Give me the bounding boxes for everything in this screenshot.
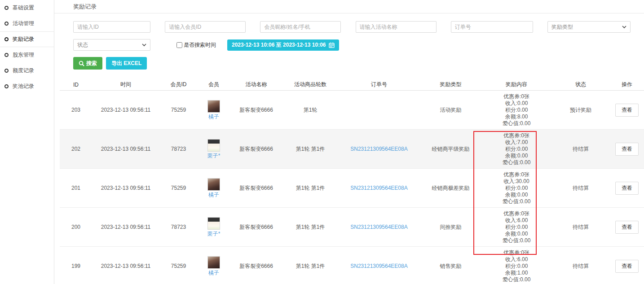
- cell-order: SN23121309564EE08A: [338, 224, 420, 231]
- table-row: 202 2023-12-13 09:56:11 78723 栗子* 新客裂变66…: [60, 130, 644, 169]
- cell-reward-type: 间推奖励: [420, 224, 481, 231]
- sidebar-item-label: 奖励记录: [13, 35, 34, 43]
- sidebar-item-基础设置[interactable]: 基础设置: [0, 0, 54, 16]
- circle-icon: [4, 37, 9, 41]
- member-id-input[interactable]: [165, 21, 246, 33]
- chevron-down-icon: [142, 43, 146, 47]
- date-range-button[interactable]: 2023-12-13 10:06 至 2023-12-13 10:06: [227, 39, 339, 51]
- member-avatar[interactable]: [207, 139, 220, 152]
- cell-time: 2023-12-13 09:56:11: [92, 185, 159, 192]
- cell-status: 预计奖励: [551, 107, 610, 114]
- reward-content-line: 积分:0.00: [481, 185, 551, 192]
- cell-action: 查看: [610, 182, 644, 195]
- chevron-down-icon: [622, 25, 626, 29]
- col-header-order: 订单号: [338, 81, 420, 88]
- cell-action: 查看: [610, 260, 644, 273]
- member-avatar[interactable]: [207, 217, 220, 230]
- cell-reward-type: 经销商极差奖励: [420, 185, 481, 192]
- reward-content-line: 余额:8.00: [481, 114, 551, 120]
- activity-name-input[interactable]: [356, 21, 437, 33]
- filter-row-1: 奖励类型: [73, 21, 631, 33]
- reward-type-select[interactable]: 奖励类型: [547, 21, 631, 33]
- filter-row-2: 状态 是否搜索时间 2023-12-13 10:06 至 2023-12-13 …: [73, 39, 631, 51]
- cell-round: 第1轮 第1件: [282, 224, 338, 231]
- cell-activity-name: 新客裂变6666: [230, 263, 282, 270]
- reward-content-line: 爱心值:0.00: [481, 276, 551, 283]
- member-name-link[interactable]: 橘子: [208, 114, 219, 120]
- member-avatar[interactable]: [207, 178, 220, 191]
- order-number-link[interactable]: SN23121309564EE08A: [350, 224, 407, 230]
- col-header-time: 时间: [92, 81, 159, 88]
- view-button[interactable]: 查看: [615, 221, 639, 234]
- search-time-checkbox[interactable]: [176, 42, 182, 48]
- sidebar-menu: 基础设置活动管理奖励记录股东管理额度记录奖池记录: [0, 0, 54, 94]
- circle-icon: [4, 22, 9, 26]
- circle-icon: [4, 69, 9, 73]
- sidebar-item-活动管理[interactable]: 活动管理: [0, 16, 54, 31]
- cell-id: 202: [60, 146, 92, 153]
- member-name-link[interactable]: 栗子*: [207, 231, 221, 237]
- search-button-label: 搜索: [86, 60, 97, 67]
- cell-member-id: 78723: [159, 224, 198, 231]
- order-number-link[interactable]: SN23121309564EE08A: [350, 263, 407, 269]
- reward-content-line: 余额:0.00: [481, 192, 551, 198]
- search-button[interactable]: 搜索: [73, 57, 102, 70]
- status-select[interactable]: 状态: [73, 39, 150, 51]
- cell-member-id: 75259: [159, 185, 198, 192]
- table-row: 203 2023-12-13 09:56:11 75259 橘子 新客裂变666…: [60, 91, 644, 130]
- view-button[interactable]: 查看: [615, 143, 639, 156]
- cell-round: 第1轮 第1件: [282, 263, 338, 270]
- sidebar-item-奖励记录[interactable]: 奖励记录: [0, 31, 54, 47]
- app-window: 基础设置活动管理奖励记录股东管理额度记录奖池记录 奖励记录 奖励类型: [0, 0, 644, 284]
- export-excel-button[interactable]: 导出 EXCEL: [106, 57, 147, 70]
- calendar-icon: [329, 42, 335, 48]
- cell-reward-type: 销售奖励: [420, 263, 481, 270]
- member-avatar[interactable]: [207, 256, 220, 269]
- reward-content-line: 积分:0.00: [481, 263, 551, 270]
- member-name-link[interactable]: 栗子*: [207, 153, 221, 159]
- reward-content-line: 积分:0.00: [481, 146, 551, 153]
- cell-id: 201: [60, 185, 92, 192]
- order-number-link[interactable]: SN23121309564EE08A: [350, 185, 407, 191]
- col-header-round: 活动商品轮数: [282, 81, 338, 88]
- reward-content-line: 收入:6.00: [481, 256, 551, 263]
- cell-member: 橘子: [198, 100, 230, 120]
- sidebar-item-奖池记录[interactable]: 奖池记录: [0, 79, 54, 94]
- circle-icon: [4, 6, 9, 10]
- filter-panel: 奖励类型 状态 是否搜索时间 2023-12-13 10:06 至 2023-1…: [73, 21, 631, 70]
- member-name-input[interactable]: [260, 21, 341, 33]
- cell-round: 第1轮 第1件: [282, 146, 338, 153]
- cell-reward-content: 优惠券:0张收入:6.00积分:0.00余额:1.00爱心值:0.00: [481, 249, 551, 283]
- cell-member: 橘子: [198, 178, 230, 198]
- order-no-input[interactable]: [451, 21, 533, 33]
- view-button[interactable]: 查看: [615, 182, 639, 195]
- sidebar-item-额度记录[interactable]: 额度记录: [0, 63, 54, 79]
- cell-status: 待结算: [551, 185, 610, 192]
- cell-reward-type: 活动奖励: [420, 107, 481, 114]
- search-time-label: 是否搜索时间: [184, 41, 216, 49]
- reward-content-line: 爱心值:0.00: [481, 159, 551, 166]
- cell-activity-name: 新客裂变6666: [230, 107, 282, 114]
- sidebar-item-股东管理[interactable]: 股东管理: [0, 47, 54, 63]
- reward-content-line: 余额:0.00: [481, 153, 551, 159]
- member-name-link[interactable]: 橘子: [208, 192, 219, 198]
- view-button[interactable]: 查看: [615, 104, 639, 117]
- circle-icon: [4, 53, 9, 57]
- sidebar-item-label: 股东管理: [13, 51, 34, 59]
- member-name-link[interactable]: 橘子: [208, 270, 219, 276]
- cell-time: 2023-12-13 09:56:11: [92, 263, 159, 270]
- cell-member-id: 75259: [159, 107, 198, 114]
- main-content: 奖励记录 奖励类型 状态: [54, 0, 644, 284]
- col-header-status: 状态: [551, 81, 610, 88]
- order-number-link[interactable]: SN23121309564EE08A: [350, 146, 407, 152]
- filter-row-3: 搜索 导出 EXCEL: [73, 57, 631, 70]
- table-row: 201 2023-12-13 09:56:11 75259 橘子 新客裂变666…: [60, 169, 644, 208]
- member-avatar[interactable]: [207, 100, 220, 113]
- cell-time: 2023-12-13 09:56:11: [92, 107, 159, 114]
- cell-member: 橘子: [198, 256, 230, 276]
- sidebar-item-label: 活动管理: [13, 20, 34, 27]
- id-input[interactable]: [73, 21, 150, 33]
- view-button[interactable]: 查看: [615, 260, 639, 273]
- reward-content-line: 收入:7.00: [481, 139, 551, 146]
- reward-content-line: 收入:0.00: [481, 100, 551, 107]
